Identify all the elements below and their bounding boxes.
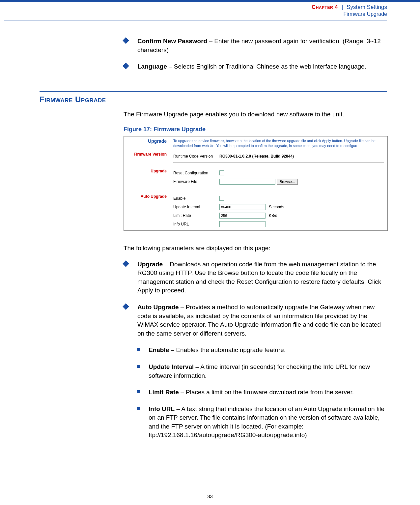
bullet-confirm-new-password: Confirm New Password – Enter the new pas… [124, 37, 387, 54]
diamond-icon [123, 260, 129, 267]
shot-enable-checkbox[interactable] [219, 196, 224, 201]
bullet-upgrade: Upgrade – Downloads an operation code fi… [124, 260, 387, 295]
square-icon [137, 407, 140, 410]
header-subsection: Firmware Upgrade [0, 11, 387, 17]
header-section-title: System Settings [347, 4, 387, 10]
sub-bullet-info-url: Info URL – A text string that indicates … [137, 405, 387, 440]
shot-rcv-label: Runtime Code Version [173, 154, 219, 159]
bullet-title: Auto Upgrade [137, 304, 179, 311]
sub-bullet-title: Limit Rate [149, 389, 179, 396]
header-underline [4, 20, 387, 20]
bullet-title: Upgrade [137, 261, 163, 268]
shot-help-text: To upgrade the device firmware, browse t… [170, 136, 387, 150]
params-intro: The following parameters are displayed o… [124, 244, 387, 253]
shot-firmware-file-label: Firmware File [173, 179, 219, 184]
shot-info-url-input[interactable] [219, 221, 266, 227]
shot-limit-rate-input[interactable] [219, 213, 266, 219]
sub-bullet-update-interval: Update Interval – A time interval (in se… [137, 363, 387, 380]
bullet-desc: – Selects English or Traditional Chinese… [167, 63, 366, 70]
header-separator: | [342, 4, 343, 10]
section-heading: Firmware Upgrade [40, 95, 387, 104]
shot-reset-label: Reset Configuration [173, 171, 219, 175]
page-number: – 33 – [0, 493, 420, 499]
shot-rcv-value: RG300-81-1.0.2.0 (Release, Build 92844) [219, 154, 384, 159]
square-icon [137, 365, 140, 368]
shot-firmware-file-input[interactable] [219, 179, 275, 185]
shot-update-interval-label: Update Interval [173, 205, 219, 209]
bullet-title: Language [137, 63, 167, 70]
shot-section-auto-upgrade: Auto Upgrade [124, 192, 170, 230]
square-icon [137, 390, 140, 393]
sub-bullet-title: Update Interval [149, 363, 194, 370]
figure-screenshot: Upgrade To upgrade the device firmware, … [124, 136, 388, 231]
diamond-icon [123, 37, 129, 44]
bullet-desc: – Downloads an operation code file from … [137, 261, 381, 294]
square-icon [137, 348, 140, 351]
sub-bullet-desc: – A text string that indicates the locat… [149, 405, 384, 439]
shot-section-firmware-version: Firmware Version [124, 150, 170, 167]
shot-limit-rate-unit: KB/s [269, 213, 277, 218]
shot-info-url-label: Info URL [173, 222, 219, 226]
sub-bullet-enable: Enable – Enables the automatic upgrade f… [137, 346, 387, 355]
section-rule [40, 91, 387, 92]
shot-browse-button[interactable]: Browse... [277, 179, 298, 185]
shot-update-interval-input[interactable] [219, 204, 266, 210]
figure-caption: Figure 17: Firmware Upgrade [124, 126, 387, 133]
shot-limit-rate-label: Limit Rate [173, 213, 219, 218]
shot-divider [173, 188, 384, 188]
shot-update-interval-unit: Seconds [269, 205, 284, 209]
shot-reset-checkbox[interactable] [219, 170, 224, 175]
shot-title: Upgrade [124, 136, 170, 150]
chapter-label: Chapter 4 [312, 4, 338, 10]
sub-bullet-limit-rate: Limit Rate – Places a limit on the firmw… [137, 388, 387, 397]
diamond-icon [123, 63, 129, 69]
shot-enable-label: Enable [173, 196, 219, 201]
section-intro-paragraph: The Firmware Upgrade page enables you to… [124, 110, 387, 119]
page-header: Chapter 4 | System Settings Firmware Upg… [0, 2, 420, 18]
bullet-title: Confirm New Password [137, 38, 207, 45]
sub-bullet-desc: – Places a limit on the firmware downloa… [179, 389, 354, 396]
sub-bullet-title: Enable [149, 346, 169, 353]
sub-bullet-desc: – Enables the automatic upgrade feature. [169, 346, 286, 353]
shot-divider [173, 163, 384, 163]
shot-section-upgrade: Upgrade [124, 167, 170, 192]
bullet-language: Language – Selects English or Traditiona… [124, 62, 387, 71]
sub-bullet-title: Info URL [149, 405, 175, 412]
bullet-auto-upgrade: Auto Upgrade – Provides a method to auto… [124, 303, 387, 338]
diamond-icon [123, 303, 129, 310]
